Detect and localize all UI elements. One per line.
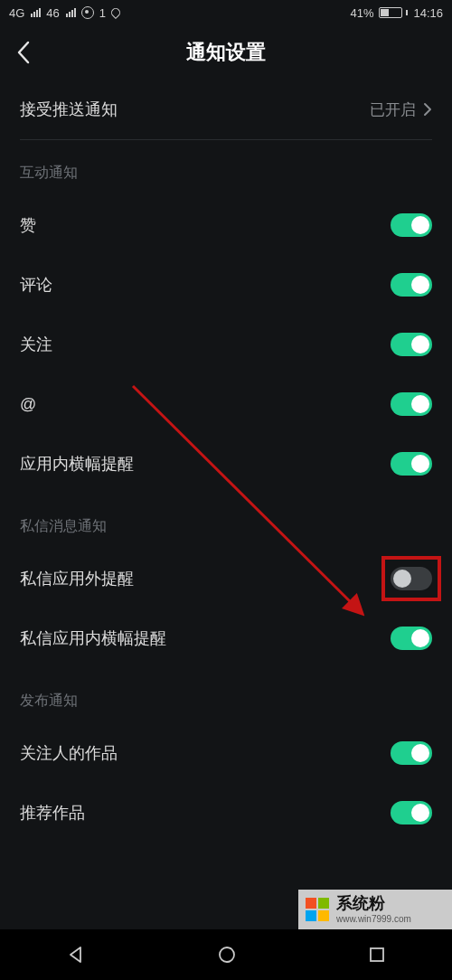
chevron-right-icon bbox=[423, 102, 432, 117]
clock-time: 14:16 bbox=[413, 6, 443, 20]
row-label: 赞 bbox=[20, 214, 36, 236]
svg-rect-2 bbox=[371, 948, 383, 961]
watermark-brand: 系统粉 bbox=[336, 894, 411, 914]
status-bar: 4G 46 1 41% 14:16 bbox=[0, 0, 452, 25]
row-label: @ bbox=[20, 395, 36, 414]
back-button[interactable] bbox=[16, 41, 31, 64]
toggle-at[interactable] bbox=[391, 392, 432, 416]
row-label: 接受推送通知 bbox=[20, 99, 118, 120]
watermark-url: www.win7999.com bbox=[336, 914, 411, 925]
row-recommend-works: 推荐作品 bbox=[0, 783, 452, 843]
row-followee-works: 关注人的作品 bbox=[0, 723, 452, 783]
toggle-follow[interactable] bbox=[391, 333, 432, 356]
svg-point-1 bbox=[220, 947, 234, 962]
signal-bars-icon-2 bbox=[66, 8, 76, 17]
status-bar-left: 4G 46 1 bbox=[9, 6, 120, 20]
row-value-group: 已开启 bbox=[370, 99, 432, 120]
network-4g-label-1: 4G bbox=[9, 6, 24, 20]
row-label: 应用内横幅提醒 bbox=[20, 453, 134, 475]
section-title-publish: 发布通知 bbox=[0, 668, 452, 723]
row-at: @ bbox=[0, 374, 452, 434]
row-comment: 评论 bbox=[0, 255, 452, 315]
battery-percentage: 41% bbox=[350, 6, 373, 20]
row-like: 赞 bbox=[0, 195, 452, 255]
row-label: 关注 bbox=[20, 334, 52, 355]
triangle-back-icon bbox=[66, 945, 86, 965]
location-pin-icon bbox=[109, 6, 122, 19]
toggle-followee-works[interactable] bbox=[391, 741, 432, 765]
row-push-notifications[interactable]: 接受推送通知 已开启 bbox=[0, 80, 452, 139]
page-title: 通知设置 bbox=[186, 39, 266, 66]
row-follow: 关注 bbox=[0, 315, 452, 374]
section-title-dm: 私信消息通知 bbox=[0, 494, 452, 549]
watermark-logo-icon bbox=[306, 898, 329, 921]
chevron-left-icon bbox=[16, 41, 31, 64]
battery-icon bbox=[379, 7, 408, 18]
toggle-comment[interactable] bbox=[391, 273, 432, 297]
square-recent-icon bbox=[368, 946, 386, 964]
eye-count: 1 bbox=[99, 6, 106, 20]
watermark: 系统粉 www.win7999.com bbox=[298, 890, 452, 929]
toggle-in-app-banner[interactable] bbox=[391, 452, 432, 476]
section-title-interactive: 互动通知 bbox=[0, 140, 452, 195]
signal-bars-icon bbox=[31, 8, 41, 17]
circle-home-icon bbox=[217, 945, 237, 965]
row-in-app-banner: 应用内横幅提醒 bbox=[0, 434, 452, 494]
row-label: 评论 bbox=[20, 274, 52, 296]
toggle-dm-external[interactable] bbox=[391, 567, 432, 590]
toggle-like[interactable] bbox=[391, 213, 432, 237]
row-value-text: 已开启 bbox=[370, 99, 416, 120]
row-label: 推荐作品 bbox=[20, 802, 85, 824]
toggle-recommend-works[interactable] bbox=[391, 801, 432, 825]
row-label: 私信应用外提醒 bbox=[20, 568, 134, 589]
row-dm-banner: 私信应用内横幅提醒 bbox=[0, 608, 452, 668]
row-label: 关注人的作品 bbox=[20, 742, 118, 764]
android-nav-bar bbox=[0, 929, 452, 980]
row-label: 私信应用内横幅提醒 bbox=[20, 627, 166, 649]
nav-recent-button[interactable] bbox=[368, 946, 386, 964]
row-dm-external: 私信应用外提醒 bbox=[0, 549, 452, 608]
toggle-dm-banner[interactable] bbox=[391, 627, 432, 650]
status-bar-right: 41% 14:16 bbox=[350, 6, 443, 20]
nav-back-button[interactable] bbox=[66, 945, 86, 965]
network-4g-label-2: 46 bbox=[46, 6, 59, 20]
settings-content: 接受推送通知 已开启 互动通知 赞 评论 关注 @ 应用内横幅提醒 私信消息通知… bbox=[0, 80, 452, 929]
header: 通知设置 bbox=[0, 25, 452, 80]
nav-home-button[interactable] bbox=[217, 945, 237, 965]
eye-icon bbox=[81, 6, 94, 19]
